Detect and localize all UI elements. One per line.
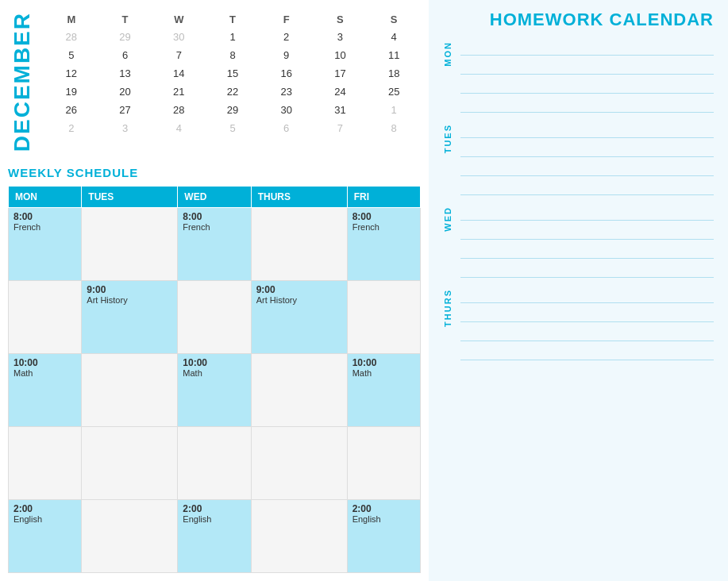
schedule-subject: French — [352, 222, 379, 232]
hw-days-container: MONTUESWEDTHURS — [443, 41, 714, 371]
schedule-cell — [251, 500, 347, 573]
schedule-cell — [82, 427, 178, 500]
hw-line — [460, 346, 714, 360]
right-panel: HOMEWORK CALENDAR MONTUESWEDTHURS — [429, 0, 728, 581]
schedule-subject: English — [352, 514, 381, 524]
schedule-cell — [82, 208, 178, 281]
schedule-subject: English — [13, 514, 42, 524]
schedule-time: 10:00 — [352, 357, 415, 368]
schedule-cell — [251, 354, 347, 427]
schedule-time: 2:00 — [352, 503, 415, 514]
hw-line — [460, 79, 714, 94]
hw-line — [460, 41, 714, 56]
schedule-cell: 2:00English — [347, 500, 420, 573]
cal-cell: 8 — [206, 47, 260, 63]
cal-cell: 2 — [44, 120, 98, 137]
schedule-cell: 2:00English — [178, 500, 251, 573]
schedule-row: 8:00French8:00French8:00French — [9, 208, 421, 281]
cal-cell: 22 — [206, 83, 260, 100]
cal-cell: 1 — [367, 102, 421, 118]
cal-cell: 24 — [314, 83, 368, 100]
hw-lines — [460, 41, 714, 113]
schedule-cell — [347, 281, 420, 354]
month-label-container: DECEMBER — [8, 12, 37, 152]
cal-header-cell: M — [44, 12, 98, 27]
schedule-row: 2:00English2:00English2:00English — [9, 500, 421, 573]
cal-header-cell: F — [260, 12, 314, 27]
cal-cell: 25 — [367, 83, 421, 100]
cal-cell: 16 — [260, 65, 314, 82]
hw-day-section: MON — [443, 41, 714, 113]
schedule-header-row: MONTUESWEDTHURSFRI — [9, 187, 421, 208]
calendar-body-row: 2627282930311 — [44, 102, 421, 118]
schedule-subject: English — [183, 514, 211, 524]
schedule-time: 2:00 — [13, 503, 76, 514]
cal-cell: 5 — [44, 47, 98, 63]
cal-cell: 29 — [98, 29, 152, 45]
cal-header-cell: W — [152, 12, 206, 27]
cal-cell: 17 — [314, 65, 368, 82]
cal-cell: 14 — [152, 65, 206, 82]
cal-cell: 7 — [314, 120, 368, 137]
schedule-subject: French — [183, 222, 210, 232]
schedule-subject: Math — [183, 368, 202, 378]
left-panel: DECEMBER MTWTFSS 28293012345678910111213… — [0, 0, 429, 581]
hw-line — [460, 225, 714, 240]
schedule-col-header: THURS — [251, 187, 347, 208]
cal-cell: 20 — [98, 83, 152, 100]
cal-cell: 6 — [98, 47, 152, 63]
schedule-time: 9:00 — [256, 284, 342, 295]
cal-cell: 7 — [152, 47, 206, 63]
cal-cell: 30 — [260, 102, 314, 118]
calendar-body-row: 567891011 — [44, 47, 421, 63]
calendar-body-row: 2345678 — [44, 120, 421, 137]
schedule-time: 8:00 — [352, 211, 415, 222]
schedule-cell: 10:00Math — [9, 354, 82, 427]
hw-day-section: THURS — [443, 289, 714, 360]
schedule-cell — [9, 281, 82, 354]
cal-cell: 19 — [44, 83, 98, 100]
schedule-cell — [9, 427, 82, 500]
schedule-row — [9, 427, 421, 500]
cal-cell: 10 — [314, 47, 368, 63]
cal-header-cell: S — [314, 12, 368, 27]
hw-lines — [460, 206, 714, 278]
cal-cell: 28 — [44, 29, 98, 45]
hw-lines — [460, 289, 714, 360]
schedule-row: 10:00Math10:00Math10:00Math — [9, 354, 421, 427]
schedule-time: 2:00 — [183, 503, 245, 514]
schedule-cell — [178, 427, 251, 500]
schedule-col-header: WED — [178, 187, 251, 208]
calendar-grid: MTWTFSS 28293012345678910111213141516171… — [44, 12, 421, 152]
schedule-cell: 8:00French — [347, 208, 420, 281]
calendar-body-row: 2829301234 — [44, 29, 421, 45]
hw-line — [460, 143, 714, 157]
schedule-body: 8:00French8:00French8:00French9:00Art Hi… — [9, 208, 421, 573]
schedule-subject: Math — [13, 368, 33, 378]
cal-cell: 12 — [44, 65, 98, 82]
hw-line — [460, 244, 714, 259]
hw-day-section: WED — [443, 206, 714, 278]
schedule-col-header: TUES — [82, 187, 178, 208]
hw-line — [460, 206, 714, 221]
cal-cell: 9 — [260, 47, 314, 63]
cal-cell: 1 — [206, 29, 260, 45]
hw-day-label: WED — [443, 206, 454, 232]
schedule-col-header: FRI — [347, 187, 420, 208]
cal-cell: 27 — [98, 102, 152, 118]
cal-cell: 6 — [260, 120, 314, 137]
schedule-row: 9:00Art History9:00Art History — [9, 281, 421, 354]
schedule-time: 8:00 — [13, 211, 76, 222]
calendar-section: DECEMBER MTWTFSS 28293012345678910111213… — [8, 12, 421, 152]
hw-line — [460, 308, 714, 322]
cal-cell: 4 — [152, 120, 206, 137]
schedule-cell: 10:00Math — [178, 354, 251, 427]
hw-line — [460, 98, 714, 113]
cal-cell: 21 — [152, 83, 206, 100]
cal-cell: 18 — [367, 65, 421, 82]
cal-cell: 28 — [152, 102, 206, 118]
schedule-cell — [178, 281, 251, 354]
cal-cell: 29 — [206, 102, 260, 118]
schedule-col-header: MON — [9, 187, 82, 208]
schedule-subject: French — [13, 222, 40, 232]
